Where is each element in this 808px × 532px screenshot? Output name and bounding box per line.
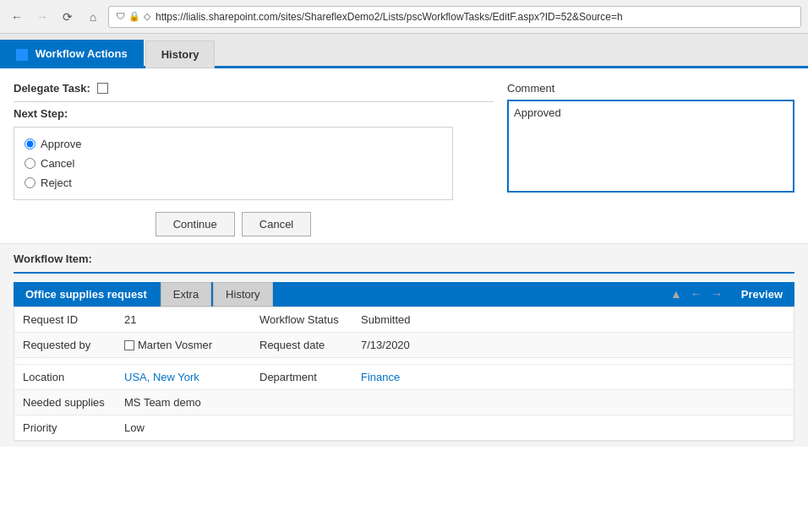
radio-cancel[interactable]: [25, 158, 35, 169]
radio-reject[interactable]: [25, 177, 35, 188]
radio-approve[interactable]: [25, 138, 35, 149]
table-row: Requested by Marten Vosmer Request date …: [14, 333, 794, 358]
nav-arrows: ▲ ← →: [667, 285, 729, 302]
data-table: Request ID 21 Workflow Status Submitted …: [14, 307, 794, 442]
scroll-left-button[interactable]: ←: [687, 285, 706, 302]
forward-button[interactable]: →: [32, 7, 52, 27]
value-needed-supplies: MS Team demo: [116, 390, 251, 415]
main-content: Delegate Task: Next Step: Approve Cancel…: [0, 68, 808, 243]
btn-row: Continue Cancel: [14, 212, 453, 236]
value-empty-1: [352, 390, 488, 415]
delegate-label: Delegate Task:: [14, 82, 90, 95]
table-row: Priority Low: [14, 415, 794, 441]
label-location: Location: [14, 365, 116, 389]
browser-chrome: ← → ⟳ ⌂ 🛡 🔒 ◇ https://lialis.sharepoint.…: [0, 0, 808, 34]
address-bar: 🛡 🔒 ◇ https://lialis.sharepoint.com/site…: [108, 6, 801, 28]
table-row: Request ID 21 Workflow Status Submitted: [14, 307, 794, 333]
workflow-item-label: Workflow Item:: [14, 252, 794, 265]
home-button[interactable]: ⌂: [83, 7, 103, 27]
continue-button[interactable]: Continue: [156, 212, 235, 236]
comment-textarea[interactable]: Approved: [507, 100, 794, 193]
scroll-up-button[interactable]: ▲: [667, 285, 685, 302]
option-cancel[interactable]: Cancel: [25, 154, 442, 173]
requested-by-checkbox[interactable]: [124, 340, 134, 350]
value-location[interactable]: USA, New York: [116, 365, 251, 389]
value-requested-by: Marten Vosmer: [116, 333, 251, 357]
option-approve[interactable]: Approve: [25, 134, 442, 154]
label-workflow-status: Workflow Status: [251, 307, 352, 332]
label-request-date: Request date: [251, 333, 352, 357]
label-department: Department: [251, 365, 352, 389]
tabs-bar: Workflow Actions History: [0, 34, 808, 68]
option-cancel-label: Cancel: [41, 157, 74, 170]
address-bar-icons: 🛡 🔒 ◇: [116, 11, 150, 22]
inner-tab-extra[interactable]: Extra: [161, 282, 211, 307]
table-row: Location USA, New York Department Financ…: [14, 365, 794, 390]
value-priority: Low: [116, 415, 251, 440]
inner-tab-history[interactable]: History: [213, 282, 272, 307]
lock-icon: 🔒: [128, 11, 140, 22]
right-panel: Comment Approved: [507, 82, 794, 236]
label-empty-1: [251, 390, 352, 415]
divider-1: [14, 101, 494, 102]
workflow-divider: [14, 272, 794, 274]
value-workflow-status: Submitted: [352, 307, 488, 332]
scroll-right-button[interactable]: →: [707, 285, 726, 302]
table-row: Needed supplies MS Team demo: [14, 390, 794, 415]
inner-tabs-bar: Office supplies request Extra History ▲ …: [14, 282, 794, 307]
option-reject[interactable]: Reject: [25, 173, 442, 193]
tab-history[interactable]: History: [145, 41, 216, 68]
label-priority: Priority: [14, 415, 116, 440]
tab-workflow-actions[interactable]: Workflow Actions: [0, 40, 144, 68]
value-empty-2: [352, 415, 488, 440]
left-panel: Delegate Task: Next Step: Approve Cancel…: [14, 82, 494, 236]
page: Workflow Actions History Delegate Task: …: [0, 34, 808, 532]
options-box: Approve Cancel Reject: [14, 127, 453, 200]
delegate-row: Delegate Task:: [14, 82, 494, 95]
next-step-label: Next Step:: [14, 107, 494, 120]
label-requested-by: Requested by: [14, 333, 116, 357]
inner-tab-office-supplies[interactable]: Office supplies request: [14, 283, 159, 306]
table-separator: [14, 358, 794, 365]
url-text[interactable]: https://lialis.sharepoint.com/sites/Shar…: [156, 11, 794, 23]
back-button[interactable]: ←: [7, 7, 27, 27]
workflow-icon: [16, 49, 28, 61]
workflow-item-section: Workflow Item: Office supplies request E…: [0, 243, 808, 447]
option-approve-label: Approve: [41, 138, 81, 150]
delegate-checkbox[interactable]: [97, 83, 108, 94]
value-request-date: 7/13/2020: [352, 333, 488, 357]
comment-label: Comment: [507, 82, 794, 95]
preview-button[interactable]: Preview: [729, 283, 794, 306]
label-request-id: Request ID: [14, 307, 116, 332]
refresh-button[interactable]: ⟳: [57, 7, 78, 27]
option-reject-label: Reject: [41, 176, 72, 189]
label-empty-2: [251, 415, 352, 440]
cancel-button[interactable]: Cancel: [242, 212, 311, 236]
shield-icon: 🛡: [116, 11, 125, 22]
rss-icon: ◇: [144, 11, 150, 22]
value-request-id: 21: [116, 307, 251, 332]
label-needed-supplies: Needed supplies: [14, 390, 116, 415]
value-department[interactable]: Finance: [352, 365, 488, 389]
